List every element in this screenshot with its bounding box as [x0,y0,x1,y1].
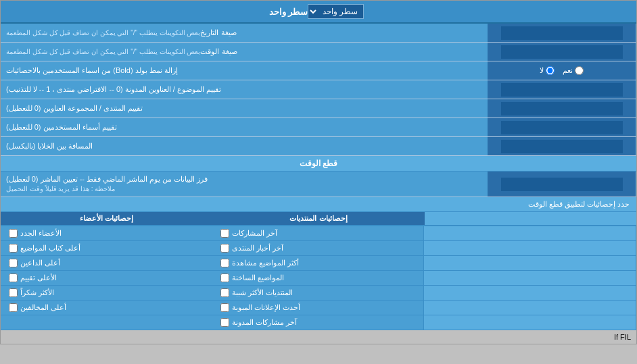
forum-order-label: تقييم المنتدى / المجموعة العناوين (0 للت… [1,99,488,118]
row-forum-order: 33 تقييم المنتدى / المجموعة العناوين (0 … [1,99,636,118]
cell-gap-input-container: 2 [488,137,636,155]
col-header-member-stats: إحصائيات الأعضاء [1,212,212,226]
checkbox-member-0[interactable] [9,229,18,238]
checkbox-headers-row: إحصائيات المنتديات إحصائيات الأعضاء [1,212,636,226]
checkbox-label: أعلى الداعين [20,259,60,267]
checkbox-label: آخر المشاركات [232,229,277,238]
row-time-format: H:i صيغة الوقت بعض التكوينات يتطلب "/" ا… [1,43,636,61]
checkbox-member-5[interactable] [9,303,18,312]
checkbox-label: آخر أخبار المنتدى [232,244,283,253]
header-label: سطر واحد [269,7,308,17]
checkbox-label: أعلى كتاب المواضيع [20,244,80,253]
col-empty-4 [424,271,636,285]
bold-no-label: لا [540,66,555,75]
checkbox-label: آخر مشاركات المدونة [232,318,297,327]
bold-yes-label: نعم [563,66,584,75]
cell-gap-label: المسافة بين الخلايا (بالبكسل) [1,137,488,155]
date-format-input[interactable]: d-m [501,26,623,40]
row-topic-order: 33 تقييم الموضوع / العناوين المدونة (0 -… [1,80,636,99]
time-format-input-container: H:i [488,43,636,61]
checkbox-member-1[interactable] [9,244,18,253]
date-format-input-container: d-m [488,24,636,42]
bold-yes-radio[interactable] [575,66,584,75]
row-cell-gap: 2 المسافة بين الخلايا (بالبكسل) [1,137,636,156]
checkbox-item: آخر المشاركات [218,228,419,239]
time-format-input[interactable]: H:i [501,45,623,59]
checkbox-item: آخر أخبار المنتدى [218,242,419,254]
checkbox-row-1: آخر المشاركات الأعضاء الجدد [1,226,636,241]
main-container: سطر واحد سطرين ثلاثة أسطر سطر واحد d-m ص… [0,0,637,344]
col-member-7 [1,315,212,330]
row-date-format: d-m صيغة التاريخ بعض التكوينات يتطلب "/"… [1,24,636,43]
checkbox-member-4[interactable] [9,288,18,297]
checkbox-item: الأكثر شكراً [6,287,207,298]
time-cut-input-container: 0 [488,172,636,197]
cell-gap-input[interactable]: 2 [501,140,623,153]
checkbox-item: الأعضاء الجدد [6,228,207,239]
checkbox-member-3[interactable] [9,274,18,282]
checkbox-label: أعلى المخالفين [20,303,66,312]
time-cut-input[interactable]: 0 [501,178,623,191]
checkboxes-section: إحصائيات المنتديات إحصائيات الأعضاء آخر … [1,212,636,330]
row-usernames-order: 0 تقييم أسماء المستخدمين (0 للتعطيل) [1,118,636,137]
checkbox-item: أعلى المخالفين [6,302,207,313]
checkbox-label: المنتديات الأكثر شببة [232,288,293,297]
checkbox-row-5: المنتديات الأكثر شببة الأكثر شكراً [1,286,636,301]
checkbox-item: أحدث الإعلانات المبوبة [218,302,419,313]
checkbox-post-0[interactable] [220,229,229,238]
checkbox-member-2[interactable] [9,259,18,267]
checkbox-post-3[interactable] [220,274,229,282]
checkbox-label: المواضيع الساخنة [232,274,284,282]
col-post-2: آخر أخبار المنتدى [212,241,425,255]
usernames-order-input-container: 0 [488,118,636,136]
forum-order-input[interactable]: 33 [501,102,623,115]
forum-order-input-container: 33 [488,99,636,118]
checkbox-row-4: المواضيع الساخنة الأعلى تقييم [1,271,636,286]
topic-order-input[interactable]: 33 [501,83,623,97]
checkbox-item: أعلى الداعين [6,257,207,269]
col-header-post-stats: إحصائيات المنتديات [212,212,424,226]
col-post-4: المواضيع الساخنة [212,271,425,285]
col-empty-3 [424,256,636,270]
checkbox-post-6[interactable] [220,318,229,327]
lines-select[interactable]: سطر واحد سطرين ثلاثة أسطر [308,4,364,19]
checkbox-label: الأكثر شكراً [20,288,54,297]
col-member-3: أعلى الداعين [1,256,212,270]
apply-label: حدد إحصائيات لتطبيق قطع الوقت [528,200,630,208]
col-post-6: أحدث الإعلانات المبوبة [212,301,425,315]
checkbox-item: أكثر المواضيع مشاهدة [218,257,419,269]
checkbox-item: المواضيع الساخنة [218,272,419,284]
checkbox-item: آخر مشاركات المدونة [218,317,419,328]
bottom-text: If FIL [614,333,631,341]
checkbox-post-4[interactable] [220,288,229,297]
checkbox-label: الأعلى تقييم [20,274,57,282]
time-format-label: صيغة الوقت بعض التكوينات يتطلب "/" التي … [1,43,488,61]
checkbox-row-2: آخر أخبار المنتدى أعلى كتاب المواضيع [1,241,636,256]
apply-row: حدد إحصائيات لتطبيق قطع الوقت [1,197,636,212]
checkbox-label: أحدث الإعلانات المبوبة [232,303,300,312]
checkbox-item: أعلى كتاب المواضيع [6,242,207,254]
usernames-order-label: تقييم أسماء المستخدمين (0 للتعطيل) [1,118,488,136]
checkbox-post-2[interactable] [220,259,229,267]
col-empty-1 [424,226,636,240]
usernames-order-input[interactable]: 0 [501,121,623,134]
checkbox-row-6: أحدث الإعلانات المبوبة أعلى المخالفين [1,301,636,315]
header-row: سطر واحد سطرين ثلاثة أسطر سطر واحد [1,1,636,24]
checkbox-post-5[interactable] [220,303,229,312]
col-post-1: آخر المشاركات [212,226,425,240]
col-post-3: أكثر المواضيع مشاهدة [212,256,425,270]
bottom-text-row: If FIL [1,330,636,344]
checkbox-row-3: أكثر المواضيع مشاهدة أعلى الداعين [1,256,636,271]
col-empty-5 [424,286,636,300]
bold-remove-input-container: نعم لا [488,61,636,80]
topic-order-input-container: 33 [488,80,636,99]
checkbox-item: الأعلى تقييم [6,272,207,284]
checkbox-label: الأعضاء الجدد [20,229,62,238]
col-empty-7 [424,315,636,330]
col-post-7: آخر مشاركات المدونة [212,315,425,330]
topic-order-label: تقييم الموضوع / العناوين المدونة (0 -- ا… [1,80,488,99]
bold-no-radio[interactable] [546,66,555,75]
checkbox-item: المنتديات الأكثر شببة [218,287,419,298]
time-cut-header: قطع الوقت [1,156,636,172]
checkbox-post-1[interactable] [220,244,229,253]
